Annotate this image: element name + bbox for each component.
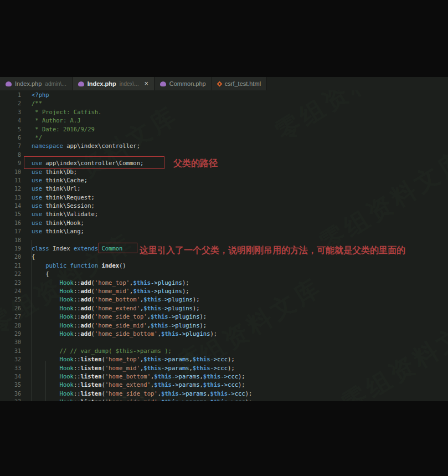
code-token: app\index\controller\Common; [42, 160, 143, 166]
code-token: $this [143, 305, 161, 311]
code-token [32, 279, 60, 286]
code-line-15[interactable]: 15use think\Validate; [0, 210, 448, 218]
code-line-25[interactable]: 25 Hook::add('home_bottom',$this->plugin… [0, 295, 448, 304]
code-line-13[interactable]: 13use think\Request; [0, 193, 448, 202]
code-text: Hook::listen('home_extend',$this->params… [32, 381, 245, 389]
code-token: Hook [60, 322, 74, 329]
code-token: Hook [60, 381, 74, 388]
tab-filename: Index.php [87, 80, 116, 87]
tab-csrf_test.html[interactable]: csrf_test.html [212, 77, 267, 90]
code-token: Hook [60, 279, 74, 286]
code-text: namespace app\index\controller; [32, 142, 140, 150]
code-text: Hook::add('home_mid',$this->plugins); [32, 287, 189, 295]
code-line-36[interactable]: 36 Hook::listen('home_side_top',$this->p… [0, 390, 448, 398]
tab-Index.php[interactable]: Index.phpadmin\... [0, 77, 73, 90]
code-token: use [32, 219, 42, 226]
code-text: Hook::add('home_side_top',$this->plugins… [32, 313, 207, 321]
code-text: <?php [32, 91, 49, 99]
code-line-5[interactable]: 5 * Date: 2016/9/29 [0, 125, 448, 134]
code-token: ->plugins [151, 288, 182, 294]
code-token: use [32, 194, 42, 201]
code-token: 'home_top' [105, 356, 140, 362]
line-number: 30 [0, 338, 21, 346]
code-line-8[interactable]: 8 [0, 151, 448, 159]
code-token [32, 330, 60, 337]
code-line-28[interactable]: 28 Hook::add('home_side_mid',$this->plug… [0, 321, 448, 330]
code-line-29[interactable]: 29 Hook::add('home_side_bottom',$this->p… [0, 330, 448, 338]
code-line-2[interactable]: 2/** [0, 99, 448, 108]
code-line-16[interactable]: 16use think\Hook; [0, 219, 448, 227]
code-token: ); [245, 390, 253, 397]
php-icon [160, 81, 166, 86]
code-line-31[interactable]: 31 // // var_dump( $this->params ); [0, 347, 448, 355]
code-line-18[interactable]: 18 [0, 236, 448, 244]
code-token: :: [74, 381, 81, 388]
code-line-21[interactable]: 21 public function index() [0, 262, 448, 270]
line-number: 25 [0, 295, 21, 304]
code-token: $this [151, 313, 168, 320]
code-token: 'home_side_top' [95, 313, 147, 320]
line-number: 13 [0, 193, 21, 202]
code-token: ); [182, 279, 189, 286]
line-number: 24 [0, 287, 21, 295]
code-line-7[interactable]: 7namespace app\index\controller; [0, 142, 448, 150]
code-line-10[interactable]: 10use think\Db; [0, 168, 448, 176]
line-number: 8 [0, 151, 21, 159]
code-text: use think\Url; [32, 185, 81, 193]
tab-Common.php[interactable]: Common.php [155, 77, 212, 90]
code-token: :: [74, 313, 81, 320]
code-editor[interactable]: 零组资料文库零组资料文库零组资料文库零组资料文库零组资料文库零组资料文库零组资料… [0, 90, 448, 401]
code-token: ->params [172, 373, 200, 380]
code-line-6[interactable]: 6 */ [0, 134, 448, 142]
code-token: :: [74, 330, 81, 337]
code-line-12[interactable]: 12use think\Url; [0, 185, 448, 193]
code-token: add [81, 313, 91, 320]
code-token: :: [74, 373, 81, 380]
code-line-23[interactable]: 23 Hook::add('home_top',$this->plugins); [0, 279, 448, 287]
code-token: { [32, 270, 49, 277]
code-text: Hook::add('home_bottom',$this->plugins); [32, 295, 200, 304]
code-text: use app\index\controller\Common; [32, 159, 143, 167]
line-number: 9 [0, 159, 21, 167]
code-line-3[interactable]: 3 * Project: Catfish. [0, 108, 448, 116]
code-line-22[interactable]: 22 { [0, 270, 448, 278]
code-token: add [81, 305, 91, 311]
code-token: app\index\controller; [63, 142, 140, 149]
tab-path: admin\... [45, 81, 66, 87]
code-line-4[interactable]: 4 * Author: A.J [0, 116, 448, 125]
code-line-33[interactable]: 33 Hook::listen('home_mid',$this->params… [0, 364, 448, 372]
code-line-34[interactable]: 34 Hook::listen('home_bottom',$this->par… [0, 372, 448, 381]
code-token: ->params [179, 390, 207, 397]
code-line-17[interactable]: 17use think\Lang; [0, 227, 448, 236]
code-line-24[interactable]: 24 Hook::add('home_mid',$this->plugins); [0, 287, 448, 295]
code-token: ); [193, 296, 200, 303]
code-text: use think\Lang; [32, 227, 84, 236]
code-token: */ [32, 134, 42, 141]
code-token: listen [81, 373, 102, 380]
code-token: Common [101, 245, 122, 252]
php-icon [78, 81, 84, 86]
code-line-30[interactable]: 30 [0, 338, 448, 346]
code-token: ->plugins [151, 279, 182, 286]
code-line-26[interactable]: 26 Hook::add('home_extend',$this->plugin… [0, 304, 448, 313]
code-token: 'home_top' [95, 279, 130, 286]
annotation-parent-class-note: 这里引入了一个父类，说明刚刚吊用的方法，可能就是父类的里面的 [140, 245, 405, 257]
tab-Index.php[interactable]: Index.phpindex\...× [73, 77, 155, 90]
tab-filename: Index.php [15, 80, 42, 87]
code-line-27[interactable]: 27 Hook::add('home_side_top',$this->plug… [0, 313, 448, 321]
code-line-11[interactable]: 11use think\Cache; [0, 176, 448, 185]
code-token: ->plugins [161, 305, 193, 311]
code-token: think\Url; [42, 185, 81, 192]
code-line-1[interactable]: 1<?php [0, 91, 448, 99]
code-token: Hook [60, 296, 74, 303]
code-line-35[interactable]: 35 Hook::listen('home_extend',$this->par… [0, 381, 448, 389]
code-token: $this [161, 390, 179, 397]
code-token: listen [81, 381, 102, 388]
code-line-14[interactable]: 14use think\Session; [0, 202, 448, 210]
code-line-9[interactable]: 9use app\index\controller\Common; [0, 159, 448, 167]
code-text: use think\Request; [32, 193, 95, 202]
close-tab-icon[interactable]: × [145, 80, 148, 87]
code-line-32[interactable]: 32 Hook::listen('home_top',$this->params… [0, 355, 448, 364]
code-token: ->ccc [228, 390, 245, 397]
code-text: public function index() [32, 262, 126, 270]
